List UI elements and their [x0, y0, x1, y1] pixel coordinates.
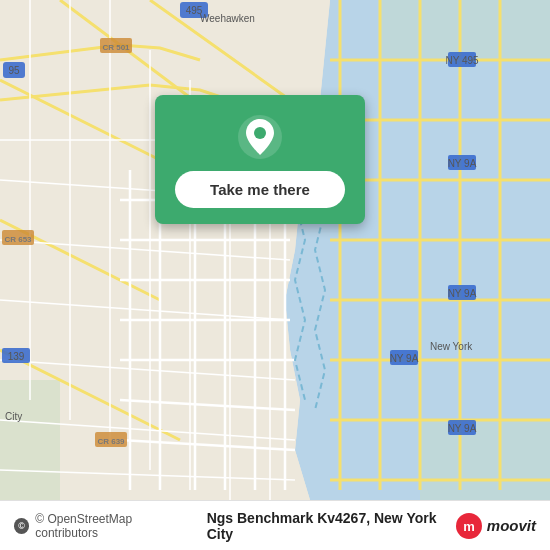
svg-text:NY 9A: NY 9A — [448, 423, 477, 434]
svg-rect-4 — [380, 0, 550, 60]
svg-text:NY 9A: NY 9A — [448, 288, 477, 299]
svg-text:City: City — [5, 411, 22, 422]
pin-icon — [236, 113, 284, 161]
map-container: 95 495 CR 501 CR 653 139 CR 639 NY 9A NY… — [0, 0, 550, 500]
svg-text:New York: New York — [430, 341, 473, 352]
svg-rect-5 — [420, 420, 550, 500]
moovit-logo: m moovit — [455, 512, 536, 540]
bottom-bar: © © OpenStreetMap contributors Ngs Bench… — [0, 500, 550, 550]
svg-point-77 — [254, 127, 266, 139]
svg-text:CR 639: CR 639 — [97, 437, 125, 446]
location-title: Ngs Benchmark Kv4267, New York City — [207, 510, 455, 542]
svg-text:CR 501: CR 501 — [102, 43, 130, 52]
attribution-text: © OpenStreetMap contributors — [35, 512, 190, 540]
svg-text:CR 653: CR 653 — [4, 235, 32, 244]
openstreetmap-icon: © — [14, 518, 29, 534]
svg-text:95: 95 — [8, 65, 20, 76]
svg-text:NY 495: NY 495 — [445, 55, 479, 66]
attribution-area: © © OpenStreetMap contributors Ngs Bench… — [14, 510, 455, 542]
svg-text:139: 139 — [8, 351, 25, 362]
take-me-there-button[interactable]: Take me there — [175, 171, 345, 208]
svg-text:Weehawken: Weehawken — [200, 13, 255, 24]
svg-text:m: m — [463, 519, 475, 534]
moovit-brand-icon: m — [455, 512, 483, 540]
svg-text:NY 9A: NY 9A — [448, 158, 477, 169]
svg-text:NY 9A: NY 9A — [390, 353, 419, 364]
moovit-text: moovit — [487, 517, 536, 534]
location-card: Take me there — [155, 95, 365, 224]
